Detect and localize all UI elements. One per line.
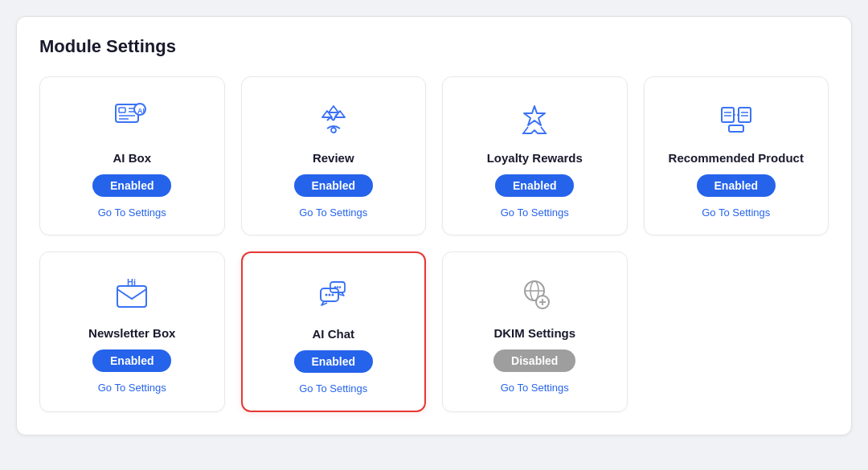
svg-point-14 — [331, 128, 336, 133]
newsletter-box-settings-link[interactable]: Go To Settings — [98, 382, 166, 394]
review-settings-link[interactable]: Go To Settings — [299, 206, 367, 219]
loyalty-rewards-icon — [512, 96, 557, 141]
loyalty-rewards-status-badge: Enabled — [495, 174, 574, 197]
card-ai-box[interactable]: AI AI Box Enabled Go To Settings — [39, 76, 225, 235]
svg-rect-15 — [722, 108, 734, 122]
svg-marker-11 — [329, 106, 338, 112]
ai-chat-status-badge: Enabled — [294, 350, 373, 373]
ai-box-status-badge: Enabled — [92, 174, 171, 197]
svg-text:AI: AI — [137, 107, 145, 115]
card-recommended-product[interactable]: Recommended Product Enabled Go To Settin… — [644, 76, 829, 235]
card-dkim-settings[interactable]: DKIM Settings Disabled Go To Settings — [442, 251, 628, 412]
review-name: Review — [313, 151, 354, 165]
recommended-product-name: Recommended Product — [669, 151, 804, 165]
card-newsletter-box[interactable]: Hi Newsletter Box Enabled Go To Settings — [39, 251, 225, 412]
card-review[interactable]: Review Enabled Go To Settings — [241, 76, 427, 235]
dkim-settings-icon — [512, 272, 557, 317]
dkim-settings-status-badge: Disabled — [493, 349, 575, 372]
loyalty-rewards-name: Loyalty Rewards — [487, 151, 583, 165]
row2: Hi Newsletter Box Enabled Go To Settings — [39, 251, 829, 412]
svg-rect-16 — [739, 108, 751, 122]
svg-rect-22 — [729, 125, 743, 132]
page-title: Module Settings — [39, 36, 829, 57]
dkim-settings-settings-link[interactable]: Go To Settings — [501, 382, 569, 394]
card-ai-chat[interactable]: AI Chat Enabled Go To Settings — [241, 251, 427, 412]
svg-point-26 — [325, 294, 327, 296]
svg-point-32 — [338, 286, 341, 288]
ai-chat-icon — [311, 272, 356, 317]
newsletter-box-icon: Hi — [109, 272, 154, 317]
newsletter-box-name: Newsletter Box — [88, 326, 175, 340]
ai-chat-settings-link[interactable]: Go To Settings — [299, 382, 367, 394]
row1: AI AI Box Enabled Go To Settings — [39, 76, 829, 235]
svg-rect-23 — [117, 286, 146, 307]
recommended-product-settings-link[interactable]: Go To Settings — [702, 206, 770, 219]
newsletter-box-status-badge: Enabled — [92, 349, 171, 372]
ai-box-name: AI Box — [113, 151, 151, 165]
svg-rect-1 — [119, 108, 125, 112]
loyalty-rewards-settings-link[interactable]: Go To Settings — [501, 206, 569, 219]
ai-box-settings-link[interactable]: Go To Settings — [98, 206, 166, 219]
ai-box-icon: AI — [109, 96, 154, 141]
svg-point-27 — [328, 294, 330, 296]
card-loyalty-rewards[interactable]: Loyalty Rewards Enabled Go To Settings — [442, 76, 628, 235]
dkim-settings-name: DKIM Settings — [493, 326, 575, 340]
ai-chat-name: AI Chat — [313, 327, 355, 341]
recommended-product-status-badge: Enabled — [697, 174, 776, 197]
svg-point-30 — [334, 286, 336, 288]
page-container: Module Settings AI A — [16, 16, 852, 435]
module-grid: AI AI Box Enabled Go To Settings — [39, 76, 829, 412]
svg-point-31 — [336, 286, 338, 288]
svg-point-28 — [331, 294, 334, 296]
review-icon — [311, 96, 356, 141]
review-status-badge: Enabled — [294, 174, 373, 197]
recommended-product-icon — [714, 96, 759, 141]
svg-text:Hi: Hi — [127, 277, 136, 287]
